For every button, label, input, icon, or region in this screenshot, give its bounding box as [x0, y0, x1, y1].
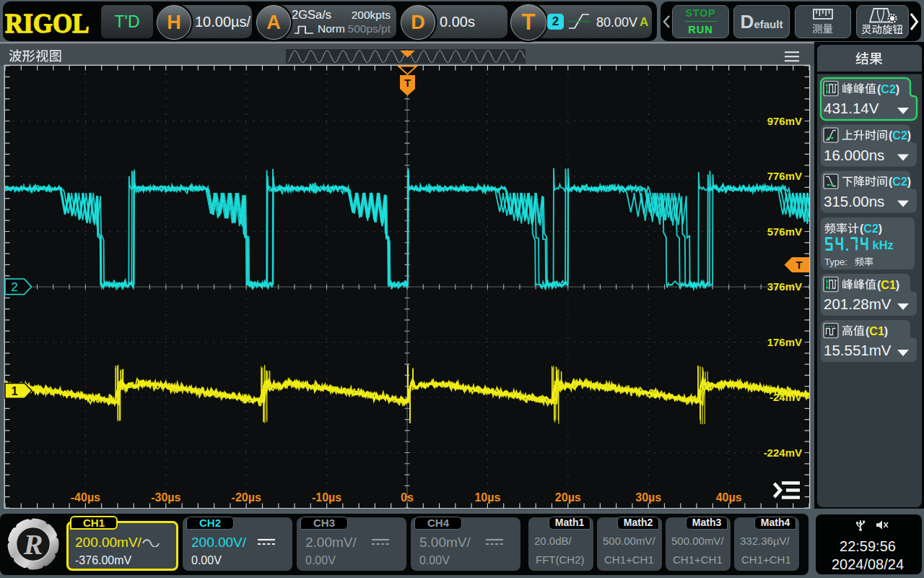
- svg-text:976mV: 976mV: [767, 115, 802, 127]
- svg-text:-20µs: -20µs: [232, 491, 261, 504]
- svg-text:30µs: 30µs: [635, 491, 661, 504]
- svg-text:T: T: [404, 77, 411, 89]
- svg-text:(C2): (C2): [877, 83, 899, 95]
- svg-text:Type:: Type:: [824, 256, 847, 267]
- svg-text:431.14V: 431.14V: [824, 100, 879, 116]
- svg-text:315.00ns: 315.00ns: [824, 193, 884, 210]
- svg-text:576mV: 576mV: [767, 225, 802, 238]
- svg-text:20µs: 20µs: [555, 491, 581, 504]
- svg-text:776mV: 776mV: [767, 170, 802, 182]
- svg-text:-10µs: -10µs: [312, 491, 341, 504]
- svg-text:1: 1: [11, 384, 17, 397]
- svg-text:(C2): (C2): [860, 223, 882, 235]
- svg-text:(C2): (C2): [889, 176, 911, 188]
- svg-text:kHz: kHz: [873, 238, 894, 251]
- svg-text:376mV: 376mV: [767, 280, 802, 293]
- svg-text:-30µs: -30µs: [151, 491, 180, 504]
- svg-text:16.000ns: 16.000ns: [824, 147, 884, 163]
- svg-text:(C1): (C1): [877, 279, 899, 291]
- svg-text:2: 2: [11, 280, 17, 293]
- svg-text:(C1): (C1): [866, 325, 888, 337]
- svg-text:0s: 0s: [401, 491, 414, 504]
- svg-text:15.551mV: 15.551mV: [824, 342, 892, 358]
- svg-text:T: T: [796, 259, 803, 271]
- svg-text:176mV: 176mV: [767, 336, 802, 348]
- svg-text:10µs: 10µs: [474, 491, 500, 504]
- svg-text:-40µs: -40µs: [71, 491, 100, 504]
- svg-text:201.28mV: 201.28mV: [824, 296, 892, 312]
- svg-text:-224mV: -224mV: [764, 447, 802, 459]
- svg-text:R: R: [23, 528, 43, 561]
- svg-text:40µs: 40µs: [716, 491, 742, 504]
- svg-text:(C2): (C2): [889, 129, 911, 142]
